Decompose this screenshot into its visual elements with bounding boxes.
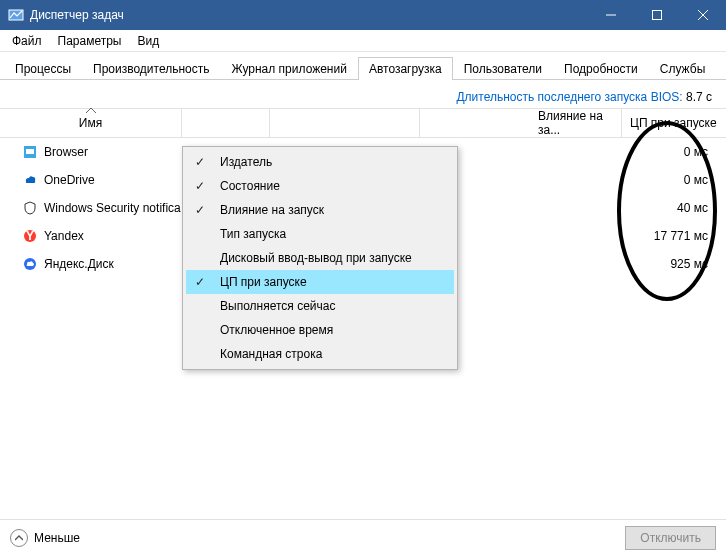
ctx-label: ЦП при запуске: [220, 275, 307, 289]
row-name: Windows Security notifica: [44, 201, 181, 215]
ctx-label: Командная строка: [220, 347, 322, 361]
tab-performance[interactable]: Производительность: [82, 57, 220, 80]
row-cpu: 0 мс: [622, 173, 726, 187]
menu-file[interactable]: Файл: [4, 32, 50, 50]
column-impact[interactable]: Влияние на за...: [530, 109, 622, 137]
column-cpu[interactable]: ЦП при запуске: [622, 109, 726, 137]
tabs: Процессы Производительность Журнал прило…: [0, 52, 726, 80]
tab-services[interactable]: Службы: [649, 57, 716, 80]
row-name: Яндекс.Диск: [44, 257, 114, 271]
browser-icon: [22, 144, 38, 160]
ctx-label: Влияние на запуск: [220, 203, 324, 217]
table-header: Имя Влияние на за... ЦП при запуске: [0, 108, 726, 138]
minimize-button[interactable]: [588, 0, 634, 30]
ctx-item-running-now[interactable]: Выполняется сейчас: [186, 294, 454, 318]
window-title: Диспетчер задач: [30, 8, 588, 22]
tab-processes[interactable]: Процессы: [4, 57, 82, 80]
ctx-item-status[interactable]: ✓Состояние: [186, 174, 454, 198]
row-cpu: 0 мс: [622, 145, 726, 159]
footer: Меньше Отключить: [0, 519, 726, 555]
svg-rect-2: [653, 11, 662, 20]
bios-value: 8.7 с: [686, 90, 712, 104]
ctx-item-command-line[interactable]: Командная строка: [186, 342, 454, 366]
tab-details[interactable]: Подробности: [553, 57, 649, 80]
fewer-label: Меньше: [34, 531, 80, 545]
check-icon: ✓: [195, 275, 205, 289]
titlebar: Диспетчер задач: [0, 0, 726, 30]
yadisk-icon: [22, 256, 38, 272]
fewer-details-button[interactable]: Меньше: [10, 529, 80, 547]
row-cpu: 17 771 мс: [622, 229, 726, 243]
ctx-label: Выполняется сейчас: [220, 299, 335, 313]
svg-rect-6: [26, 149, 34, 154]
column-context-menu: ✓Издатель ✓Состояние ✓Влияние на запуск …: [182, 146, 458, 370]
ctx-item-publisher[interactable]: ✓Издатель: [186, 150, 454, 174]
menu-view[interactable]: Вид: [129, 32, 167, 50]
window-controls: [588, 0, 726, 30]
chevron-up-icon: [10, 529, 28, 547]
ctx-label: Тип запуска: [220, 227, 286, 241]
ctx-label: Отключенное время: [220, 323, 333, 337]
ctx-item-disk-io[interactable]: Дисковый ввод-вывод при запуске: [186, 246, 454, 270]
menu-options[interactable]: Параметры: [50, 32, 130, 50]
ctx-label: Издатель: [220, 155, 272, 169]
shield-icon: [22, 200, 38, 216]
ctx-item-startup-type[interactable]: Тип запуска: [186, 222, 454, 246]
ctx-item-disabled-time[interactable]: Отключенное время: [186, 318, 454, 342]
bios-duration: Длительность последнего запуска BIOS: 8.…: [0, 80, 726, 108]
app-icon: [8, 7, 24, 23]
check-icon: ✓: [195, 203, 205, 217]
row-cpu: 40 мс: [622, 201, 726, 215]
disable-button[interactable]: Отключить: [625, 526, 716, 550]
column-publisher[interactable]: [182, 109, 270, 137]
ctx-item-impact[interactable]: ✓Влияние на запуск: [186, 198, 454, 222]
row-cpu: 925 мс: [622, 257, 726, 271]
tab-apphistory[interactable]: Журнал приложений: [221, 57, 358, 80]
row-name: Yandex: [44, 229, 84, 243]
column-impact-label: Влияние на за...: [538, 109, 613, 137]
column-cpu-label: ЦП при запуске: [630, 116, 717, 130]
svg-text:Y: Y: [26, 229, 34, 243]
ctx-label: Дисковый ввод-вывод при запуске: [220, 251, 412, 265]
bios-label: Длительность последнего запуска BIOS:: [456, 90, 682, 104]
column-name-label: Имя: [79, 116, 102, 130]
ctx-item-cpu-at-startup[interactable]: ✓ЦП при запуске: [186, 270, 454, 294]
column-spacer: [420, 109, 530, 137]
column-status[interactable]: [270, 109, 420, 137]
check-icon: ✓: [195, 179, 205, 193]
tab-users[interactable]: Пользователи: [453, 57, 553, 80]
row-name: Browser: [44, 145, 88, 159]
check-icon: ✓: [195, 155, 205, 169]
onedrive-icon: [22, 172, 38, 188]
sort-ascending-icon: [86, 103, 96, 117]
menubar: Файл Параметры Вид: [0, 30, 726, 52]
yandex-icon: Y: [22, 228, 38, 244]
row-name: OneDrive: [44, 173, 95, 187]
tab-startup[interactable]: Автозагрузка: [358, 57, 453, 80]
close-button[interactable]: [680, 0, 726, 30]
maximize-button[interactable]: [634, 0, 680, 30]
column-name[interactable]: Имя: [0, 109, 182, 137]
ctx-label: Состояние: [220, 179, 280, 193]
